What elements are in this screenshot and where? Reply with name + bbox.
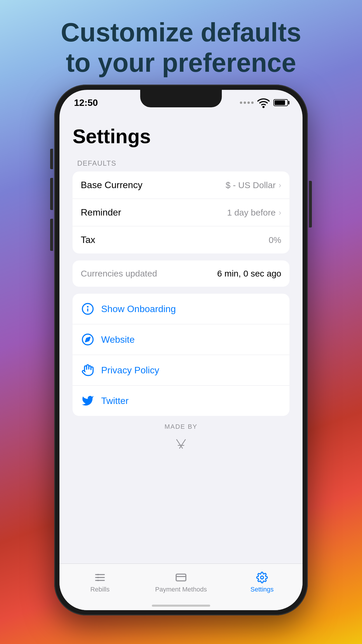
tax-row[interactable]: Tax 0% — [73, 226, 289, 253]
chevron-right-icon: › — [279, 208, 281, 217]
home-indicator — [152, 605, 210, 607]
svg-line-6 — [177, 440, 182, 448]
payment-tab-label: Payment Methods — [155, 586, 207, 593]
reminder-row[interactable]: Reminder 1 day before › — [73, 199, 289, 226]
status-time: 12:50 — [74, 97, 98, 108]
rebills-tab-label: Rebills — [90, 586, 110, 593]
base-currency-row[interactable]: Base Currency $ - US Dollar › — [73, 172, 289, 199]
background-title: Customize defaults to your preference — [23, 18, 339, 78]
defaults-card: Base Currency $ - US Dollar › Reminder 1… — [73, 172, 289, 253]
currencies-updated-label: Currencies updated — [81, 269, 157, 279]
power-button — [309, 181, 312, 228]
base-currency-label: Base Currency — [81, 180, 143, 190]
links-card: Show Onboarding Website — [73, 294, 289, 416]
privacy-policy-label: Privacy Policy — [101, 365, 159, 376]
page-title: Settings — [73, 125, 289, 148]
volume-down-button — [50, 219, 53, 251]
compass-icon — [81, 332, 95, 346]
svg-point-17 — [261, 576, 263, 579]
privacy-policy-row[interactable]: Privacy Policy — [73, 355, 289, 386]
reminder-value: 1 day before › — [227, 208, 281, 218]
reminder-label: Reminder — [81, 207, 121, 218]
signal-icon — [240, 102, 254, 104]
phone-shell: 12:50 — [54, 85, 308, 615]
currencies-updated-time: 6 min, 0 sec ago — [217, 269, 281, 279]
wifi-icon — [257, 96, 270, 109]
hand-icon — [81, 363, 95, 377]
phone-screen: 12:50 — [59, 90, 303, 610]
made-by-label: MADE BY — [73, 423, 289, 430]
made-by-logo — [73, 435, 289, 453]
tab-rebills[interactable]: Rebills — [59, 572, 140, 593]
currencies-updated-card: Currencies updated 6 min, 0 sec ago — [73, 260, 289, 287]
tab-payment-methods[interactable]: Payment Methods — [140, 572, 222, 593]
base-currency-value: $ - US Dollar › — [226, 180, 281, 190]
settings-tab-icon — [256, 572, 268, 583]
website-row[interactable]: Website — [73, 324, 289, 355]
svg-marker-5 — [85, 337, 90, 342]
settings-tab-label: Settings — [250, 586, 274, 593]
phone-device: 12:50 — [54, 85, 308, 615]
twitter-icon — [81, 394, 95, 408]
defaults-section-label: DEFAULTS — [77, 159, 289, 167]
rebills-tab-icon — [94, 572, 106, 583]
info-icon — [81, 302, 95, 316]
page-background: Customize defaults to your preference 12… — [0, 0, 362, 90]
twitter-label: Twitter — [101, 396, 129, 406]
tab-settings[interactable]: Settings — [222, 572, 303, 593]
twitter-row[interactable]: Twitter — [73, 386, 289, 416]
chevron-right-icon: › — [279, 181, 281, 190]
page-title-area: Customize defaults to your preference — [0, 0, 362, 90]
payment-tab-icon — [175, 572, 187, 583]
website-label: Website — [101, 334, 135, 345]
svg-point-0 — [263, 106, 264, 108]
show-onboarding-label: Show Onboarding — [101, 304, 176, 314]
tax-label: Tax — [81, 235, 95, 245]
made-by-section: MADE BY — [73, 423, 289, 453]
mute-button — [50, 149, 53, 169]
volume-up-button — [50, 178, 53, 210]
status-icons — [240, 96, 288, 109]
notch — [140, 90, 222, 107]
tax-value: 0% — [269, 235, 281, 245]
svg-line-7 — [180, 440, 185, 448]
show-onboarding-row[interactable]: Show Onboarding — [73, 294, 289, 324]
tab-bar: Rebills Payment Methods — [59, 564, 303, 610]
battery-icon — [273, 99, 288, 106]
screen-content: Settings DEFAULTS Base Currency $ - US D… — [59, 110, 303, 610]
svg-rect-15 — [176, 574, 186, 581]
